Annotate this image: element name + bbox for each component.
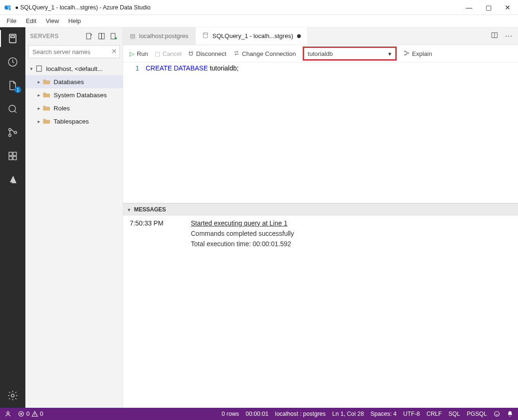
azure-icon[interactable] xyxy=(6,173,19,186)
explorer-badge: 1 xyxy=(15,86,21,93)
server-search-wrap: ✕ xyxy=(25,45,123,61)
explorer-icon[interactable]: 1 xyxy=(6,79,19,92)
search-icon[interactable] xyxy=(6,102,19,116)
chevron-right-icon: ▸ xyxy=(36,92,42,98)
gear-icon[interactable] xyxy=(6,389,19,402)
chevron-right-icon: ▸ xyxy=(36,105,42,111)
change-connection-button[interactable]: Change Connection xyxy=(233,50,296,58)
svg-point-2 xyxy=(9,8,11,10)
tree-item-roles[interactable]: ▸ Roles xyxy=(25,101,123,115)
tab-label: localhost:postgres xyxy=(139,32,188,39)
menu-help[interactable]: Help xyxy=(64,16,85,25)
svg-rect-17 xyxy=(102,33,104,39)
tab-localhost-postgres[interactable]: ▤ localhost:postgres xyxy=(123,27,196,45)
database-dropdown[interactable]: tutorialdb ▾ xyxy=(303,47,397,61)
play-icon: ▷ xyxy=(130,50,134,57)
explain-button[interactable]: Explain xyxy=(403,50,432,58)
clear-search-icon[interactable]: ✕ xyxy=(111,47,117,55)
database-icon xyxy=(202,32,209,40)
remote-indicator[interactable] xyxy=(5,411,11,417)
chevron-down-icon: ▾ xyxy=(128,207,130,212)
language-mode[interactable]: SQL xyxy=(448,411,460,417)
folder-icon xyxy=(42,104,51,112)
new-connection-icon[interactable] xyxy=(85,32,94,40)
extensions-icon[interactable] xyxy=(6,149,19,163)
connections-icon[interactable] xyxy=(6,32,19,45)
server-search-input[interactable] xyxy=(28,45,120,58)
change-connection-icon xyxy=(233,50,240,58)
folder-icon xyxy=(42,91,51,99)
menu-edit[interactable]: Edit xyxy=(22,16,40,25)
dashboard-icon: ▤ xyxy=(130,32,135,39)
messages-body: 7:50:33 PM Started executing query at Li… xyxy=(123,216,518,254)
feedback-icon[interactable] xyxy=(494,411,500,417)
database-dropdown-value: tutorialdb xyxy=(308,50,333,57)
tree-item-label: Databases xyxy=(54,78,84,86)
svg-point-8 xyxy=(9,134,11,137)
more-actions-icon[interactable]: ⋯ xyxy=(505,31,512,40)
menu-file[interactable]: File xyxy=(3,16,20,25)
svg-point-19 xyxy=(115,37,117,39)
history-icon[interactable] xyxy=(6,55,19,69)
server-icon xyxy=(35,64,43,73)
message-text[interactable]: Started executing query at Line 1 xyxy=(191,219,287,227)
tree-item-label: Roles xyxy=(54,105,70,112)
indentation[interactable]: Spaces: 4 xyxy=(370,411,397,417)
app-icon xyxy=(4,3,12,12)
message-time: 7:50:33 PM xyxy=(130,219,172,227)
messages-header[interactable]: ▾ MESSAGES xyxy=(123,203,518,216)
message-row: Commands completed successfully xyxy=(130,230,511,237)
window-title: ● SQLQuery_1 - localh...stgres) - Azure … xyxy=(15,4,150,11)
encoding[interactable]: UTF-8 xyxy=(403,411,420,417)
window-controls: — ▢ ✕ xyxy=(466,4,514,11)
activity-bar: 1 xyxy=(0,27,25,408)
error-count: 0 xyxy=(26,411,30,417)
refresh-icon[interactable] xyxy=(110,32,118,40)
svg-point-23 xyxy=(404,51,405,52)
message-time xyxy=(130,230,172,237)
svg-point-9 xyxy=(15,132,17,134)
svg-rect-4 xyxy=(11,36,15,38)
provider[interactable]: PGSQL xyxy=(467,411,487,417)
svg-point-24 xyxy=(404,54,405,55)
messages-panel: ▾ MESSAGES 7:50:33 PM Started executing … xyxy=(123,203,518,408)
row-count[interactable]: 0 rows xyxy=(222,411,239,417)
elapsed-time[interactable]: 00:00:01 xyxy=(245,411,268,417)
source-control-icon[interactable] xyxy=(6,126,19,139)
run-button[interactable]: ▷ Run xyxy=(130,50,148,57)
close-button[interactable]: ✕ xyxy=(505,4,510,11)
cursor-position[interactable]: Ln 1, Col 28 xyxy=(332,411,364,417)
stop-icon: ▢ xyxy=(155,50,160,57)
svg-point-21 xyxy=(203,32,207,34)
tree-item-databases[interactable]: ▸ Databases xyxy=(25,75,123,88)
connection-status[interactable]: localhost : postgres xyxy=(275,411,326,417)
svg-rect-18 xyxy=(111,33,115,39)
dirty-indicator-icon xyxy=(297,34,301,38)
tree-item-tablespaces[interactable]: ▸ Tablespaces xyxy=(25,115,123,128)
svg-point-26 xyxy=(7,412,9,414)
tab-actions: ⋯ xyxy=(485,27,518,45)
title-bar: ● SQLQuery_1 - localh...stgres) - Azure … xyxy=(0,0,518,15)
minimize-button[interactable]: — xyxy=(466,4,472,11)
code-content[interactable]: CREATE DATABASE tutorialdb; xyxy=(146,62,239,203)
svg-point-6 xyxy=(9,105,16,112)
svg-point-25 xyxy=(408,52,408,53)
tree-root[interactable]: ▾ localhost, <default... xyxy=(25,62,123,75)
tab-sqlquery-1[interactable]: SQLQuery_1 - localh...stgres) xyxy=(196,27,308,45)
tree-item-label: Tablespaces xyxy=(54,118,89,125)
split-editor-icon[interactable] xyxy=(491,31,498,41)
eol[interactable]: CRLF xyxy=(426,411,442,417)
tree-item-system-databases[interactable]: ▸ System Databases xyxy=(25,88,123,101)
svg-rect-16 xyxy=(99,33,102,39)
disconnect-button[interactable]: Disconnect xyxy=(188,50,226,58)
chevron-down-icon: ▾ xyxy=(28,66,35,72)
menu-view[interactable]: View xyxy=(42,16,63,25)
maximize-button[interactable]: ▢ xyxy=(486,4,492,11)
sidebar-title: SERVERS xyxy=(30,33,59,39)
message-time xyxy=(130,240,172,248)
code-editor[interactable]: 1 CREATE DATABASE tutorialdb; xyxy=(123,62,518,203)
notifications-icon[interactable] xyxy=(507,411,513,417)
problems-indicator[interactable]: 0 0 xyxy=(18,411,43,417)
new-group-icon[interactable] xyxy=(97,32,106,40)
svg-point-28 xyxy=(494,412,500,417)
